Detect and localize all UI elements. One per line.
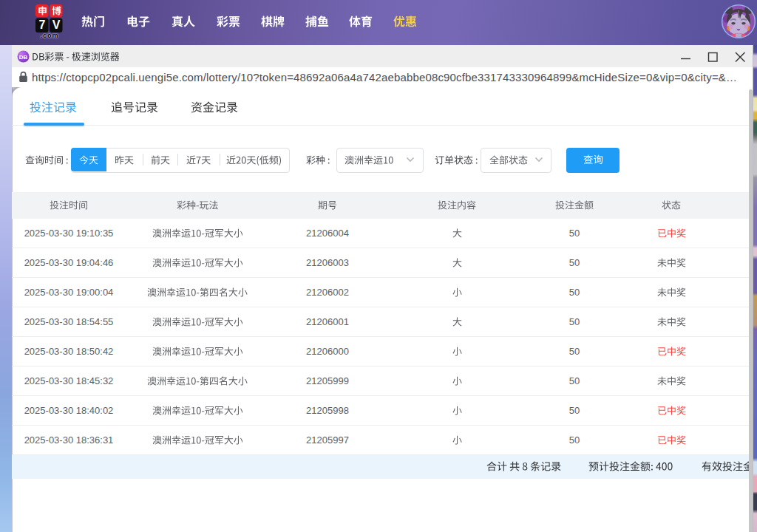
svg-text:DB: DB bbox=[19, 54, 28, 61]
